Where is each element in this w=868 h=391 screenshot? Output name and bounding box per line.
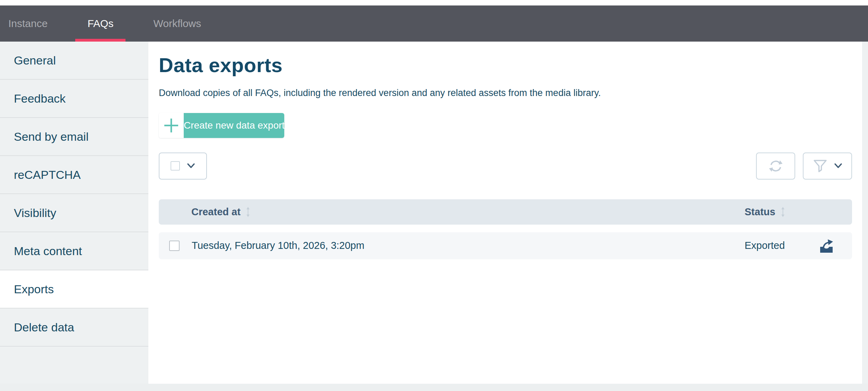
settings-sidebar: General Feedback Send by email reCAPTCHA… xyxy=(0,42,148,384)
created-at-header-label: Created at xyxy=(191,206,241,218)
row-checkbox[interactable] xyxy=(169,241,180,251)
filter-icon xyxy=(813,159,828,173)
app-body: General Feedback Send by email reCAPTCHA… xyxy=(0,42,868,384)
sidebar-item-delete-data[interactable]: Delete data xyxy=(0,309,148,347)
refresh-button[interactable] xyxy=(756,153,795,180)
create-data-export-button[interactable]: Create new data export xyxy=(159,113,284,138)
page-description: Download copies of all FAQs, including t… xyxy=(159,88,852,98)
main-panel: Data exports Download copies of all FAQs… xyxy=(148,42,862,384)
tab-faqs[interactable]: FAQs xyxy=(75,6,125,42)
list-controls-row xyxy=(159,153,852,180)
top-navigation: Instance FAQs Workflows xyxy=(0,6,868,42)
select-all-dropdown[interactable] xyxy=(159,153,207,180)
sidebar-item-recaptcha[interactable]: reCAPTCHA xyxy=(0,156,148,194)
status-cell: Exported xyxy=(745,238,852,253)
chevron-down-icon xyxy=(834,163,842,169)
sidebar-item-visibility[interactable]: Visibility xyxy=(0,194,148,232)
sidebar-item-feedback[interactable]: Feedback xyxy=(0,80,148,118)
sort-icon xyxy=(781,207,785,217)
column-header-created-at[interactable]: Created at xyxy=(191,206,745,218)
sidebar-item-meta-content[interactable]: Meta content xyxy=(0,232,148,270)
table-row: Tuesday, February 10th, 2026, 3:20pm Exp… xyxy=(159,232,852,259)
tab-workflows[interactable]: Workflows xyxy=(141,6,213,42)
sidebar-item-general[interactable]: General xyxy=(0,42,148,80)
exports-table: Created at Status xyxy=(159,199,852,259)
sort-icon xyxy=(246,207,250,217)
status-value: Exported xyxy=(745,240,785,251)
select-all-checkbox[interactable] xyxy=(171,161,180,171)
tab-instance[interactable]: Instance xyxy=(0,6,60,42)
plus-icon xyxy=(159,113,184,138)
table-action-buttons xyxy=(756,153,852,180)
page-bottom-gutter xyxy=(0,384,868,391)
right-edge-gutter xyxy=(862,42,868,384)
export-download-icon[interactable] xyxy=(819,238,834,253)
create-button-label: Create new data export xyxy=(184,113,284,138)
status-header-label: Status xyxy=(745,206,775,218)
refresh-icon xyxy=(769,159,783,173)
table-header-row: Created at Status xyxy=(159,199,852,225)
browser-top-strip xyxy=(0,0,868,6)
created-at-cell: Tuesday, February 10th, 2026, 3:20pm xyxy=(192,240,745,251)
column-header-status[interactable]: Status xyxy=(745,206,852,218)
page-title: Data exports xyxy=(159,54,852,76)
chevron-down-icon xyxy=(187,163,195,169)
sidebar-item-send-by-email[interactable]: Send by email xyxy=(0,118,148,156)
sidebar-item-exports[interactable]: Exports xyxy=(0,270,148,309)
filter-dropdown-button[interactable] xyxy=(803,153,852,180)
